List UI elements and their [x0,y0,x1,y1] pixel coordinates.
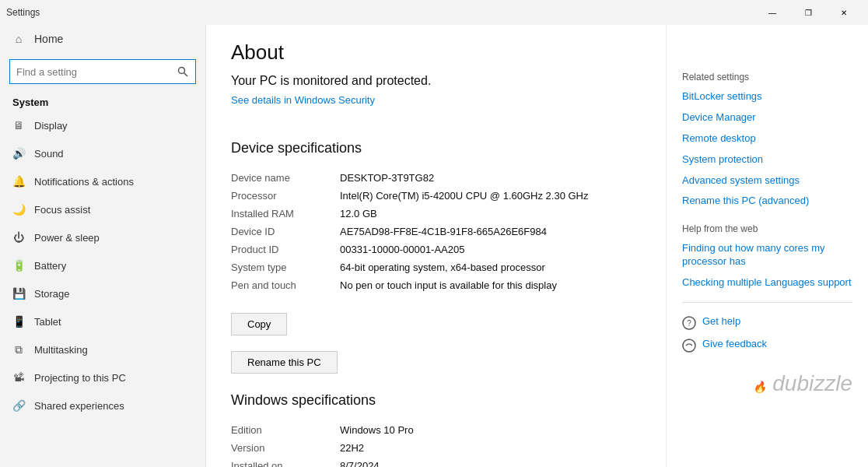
multitasking-icon: ⧉ [12,343,25,356]
sidebar-item-display[interactable]: 🖥 Display [0,111,205,139]
right-panel: Related settings BitLocker settingsDevic… [666,25,868,467]
search-input[interactable] [10,63,170,81]
related-settings-link[interactable]: Rename this PC (advanced) [682,195,852,208]
sidebar-item-storage[interactable]: 💾 Storage [0,279,205,307]
window-controls: — ❐ ✕ [754,0,862,25]
table-row: Device nameDESKTOP-3T9TG82 [231,169,641,187]
page-title: About [231,40,641,65]
sidebar-label-projecting: Projecting to this PC [34,372,126,384]
sidebar-label-shared: Shared experiences [34,400,124,412]
help-web-link[interactable]: Checking multiple Languages support [682,276,852,290]
sidebar-item-power[interactable]: ⏻ Power & sleep [0,223,205,251]
search-box[interactable] [9,59,196,84]
svg-point-4 [683,339,695,352]
watermark: 🔥 dubizzle [682,371,852,396]
sidebar-label-multitasking: Multitasking [34,344,88,356]
spec-value: DESKTOP-3T9TG82 [340,169,641,187]
help-title: Help from the web [682,223,852,234]
spec-value: 12.0 GB [340,205,641,223]
give-feedback-link[interactable]: Give feedback [702,338,767,351]
divider [682,302,852,303]
display-icon: 🖥 [12,119,25,132]
device-specs-table: Device nameDESKTOP-3T9TG82ProcessorIntel… [231,169,641,294]
spec-label: Processor [231,187,340,205]
get-help-icon: ? [682,316,696,330]
sidebar-item-projecting[interactable]: 📽 Projecting to this PC [0,363,205,392]
related-settings-link[interactable]: Device Manager [682,111,852,125]
spec-value: 00331-10000-00001-AA205 [340,241,641,258]
svg-line-1 [184,73,188,77]
give-feedback-icon [682,339,696,353]
minimize-button[interactable]: — [754,0,790,25]
sidebar-label-power: Power & sleep [34,232,100,244]
table-row: Device IDAE75AD98-FF8E-4C1B-91F8-665A26E… [231,223,641,241]
spec-value: 22H2 [340,439,641,457]
help-web-link[interactable]: Finding out how many cores my processor … [682,242,852,269]
sidebar-item-shared[interactable]: 🔗 Shared experiences [0,392,205,420]
spec-value: 64-bit operating system, x64-based proce… [340,258,641,276]
search-icon [177,66,188,77]
table-row: Pen and touchNo pen or touch input is av… [231,276,641,294]
storage-icon: 💾 [12,287,25,300]
sidebar-label-notifications: Notifications & actions [34,176,134,188]
give-feedback-row: Give feedback [682,338,852,353]
sidebar-item-battery[interactable]: 🔋 Battery [0,251,205,279]
sidebar-item-home[interactable]: ⌂ Home [0,25,205,53]
related-settings-link[interactable]: Advanced system settings [682,174,852,188]
svg-text:?: ? [687,319,691,328]
windows-specs-title: Windows specifications [231,392,641,409]
help-links: Finding out how many cores my processor … [682,242,852,290]
get-help-link[interactable]: Get help [702,315,740,328]
windows-specs-table: EditionWindows 10 ProVersion22H2Installe… [231,421,641,467]
pc-status-text: Your PC is monitored and protected. [231,74,641,88]
spec-value: Intel(R) Core(TM) i5-4200U CPU @ 1.60GHz… [340,187,641,205]
sidebar-label-tablet: Tablet [34,316,61,328]
sidebar: ⌂ Home System 🖥 Display 🔊 Sound 🔔 Notifi… [0,25,206,467]
related-settings-link[interactable]: Remote desktop [682,132,852,146]
restore-button[interactable]: ❐ [790,0,826,25]
titlebar: Settings — ❐ ✕ [0,0,868,25]
svg-point-0 [179,68,185,74]
device-specs-title: Device specifications [231,140,641,156]
spec-value: No pen or touch input is available for t… [340,276,641,294]
sidebar-home-label: Home [34,33,63,45]
get-help-row: ? Get help [682,315,852,330]
rename-pc-button[interactable]: Rename this PC [231,351,338,374]
tablet-icon: 📱 [12,315,25,328]
spec-label: Installed on [231,457,340,467]
related-settings-link[interactable]: BitLocker settings [682,90,852,104]
sidebar-item-sound[interactable]: 🔊 Sound [0,139,205,167]
sidebar-item-tablet[interactable]: 📱 Tablet [0,307,205,335]
related-settings-link[interactable]: System protection [682,153,852,167]
focus-icon: 🌙 [12,203,25,216]
copy-button[interactable]: Copy [231,313,287,335]
table-row: ProcessorIntel(R) Core(TM) i5-4200U CPU … [231,187,641,205]
spec-value: AE75AD98-FF8E-4C1B-91F8-665A26E6F984 [340,223,641,241]
projecting-icon: 📽 [12,371,25,384]
spec-label: System type [231,258,340,276]
sidebar-item-notifications[interactable]: 🔔 Notifications & actions [0,167,205,195]
home-icon: ⌂ [12,33,25,45]
sound-icon: 🔊 [12,147,25,160]
close-button[interactable]: ✕ [826,0,862,25]
notifications-icon: 🔔 [12,175,25,188]
sidebar-section-label: System [0,90,205,111]
sidebar-label-focus: Focus assist [34,204,90,216]
spec-label: Product ID [231,241,340,258]
sidebar-item-focus[interactable]: 🌙 Focus assist [0,195,205,223]
search-button[interactable] [170,60,195,83]
sidebar-label-battery: Battery [34,260,66,272]
table-row: Installed RAM12.0 GB [231,205,641,223]
spec-label: Version [231,439,340,457]
table-row: Installed on8/7/2024 [231,457,641,467]
sidebar-label-sound: Sound [34,148,64,160]
sidebar-item-multitasking[interactable]: ⧉ Multitasking [0,335,205,363]
windows-security-link[interactable]: See details in Windows Security [231,94,375,106]
shared-icon: 🔗 [12,399,25,412]
battery-icon: 🔋 [12,259,25,272]
sidebar-label-storage: Storage [34,288,70,300]
sidebar-nav: 🖥 Display 🔊 Sound 🔔 Notifications & acti… [0,111,205,420]
spec-label: Device ID [231,223,340,241]
spec-value: 8/7/2024 [340,457,641,467]
spec-label: Edition [231,421,340,439]
